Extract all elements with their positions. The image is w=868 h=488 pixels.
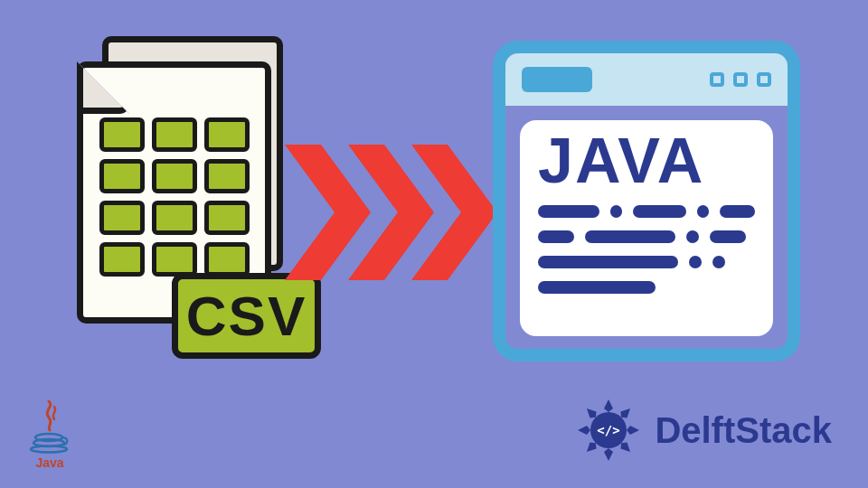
svg-point-5 [31, 446, 67, 453]
svg-marker-0 [285, 145, 371, 280]
window-control-icon [757, 72, 771, 87]
hero-illustration: CSV JAVA [0, 0, 868, 488]
code-segment [633, 205, 685, 218]
cell [204, 201, 250, 235]
code-dot [689, 256, 702, 268]
titlebar-tab [522, 67, 592, 92]
code-segment [538, 256, 678, 268]
java-label: JAVA [538, 129, 755, 192]
csv-tag-label: CSV [186, 284, 307, 348]
delftstack-badge-icon: </> [573, 395, 644, 465]
code-segment [710, 230, 746, 243]
window-control-icon [733, 72, 748, 87]
cell [99, 242, 145, 277]
window-control-icon [710, 72, 724, 87]
code-dot [686, 230, 699, 243]
code-line [538, 256, 755, 268]
code-segment [585, 230, 675, 243]
cell [152, 117, 197, 152]
delftstack-logo: </> DelftStack [573, 395, 832, 465]
code-line [538, 230, 755, 243]
convert-arrows-icon [285, 145, 493, 280]
code-dot [610, 205, 623, 218]
cell [204, 117, 250, 152]
code-segment [538, 205, 599, 218]
cell [99, 201, 145, 235]
csv-file-tag: CSV [172, 273, 321, 359]
csv-document-icon: CSV [77, 36, 312, 380]
java-cup-icon [29, 399, 71, 454]
code-dot [712, 256, 725, 268]
cell [99, 159, 145, 193]
java-logo: Java [18, 399, 81, 470]
delftstack-label: DelftStack [655, 410, 832, 451]
cell [204, 242, 250, 277]
spreadsheet-cells [99, 117, 250, 277]
svg-text:</>: </> [598, 423, 620, 437]
code-lines [538, 205, 755, 294]
chevron-right-triple-icon [285, 145, 493, 280]
code-segment [538, 281, 656, 294]
cell [204, 159, 250, 193]
cell [152, 242, 197, 277]
cell [152, 159, 197, 193]
cell [99, 117, 145, 152]
code-panel: JAVA [520, 120, 773, 336]
code-segment [720, 205, 755, 218]
java-code-window-icon: JAVA [493, 41, 800, 361]
window-titlebar [505, 53, 788, 106]
code-line [538, 281, 755, 294]
java-logo-label: Java [18, 455, 81, 470]
cell [152, 201, 197, 235]
page-fold-icon [77, 61, 129, 114]
code-line [538, 205, 755, 218]
code-segment [538, 230, 574, 243]
window-controls [710, 72, 771, 87]
code-dot [697, 205, 710, 218]
